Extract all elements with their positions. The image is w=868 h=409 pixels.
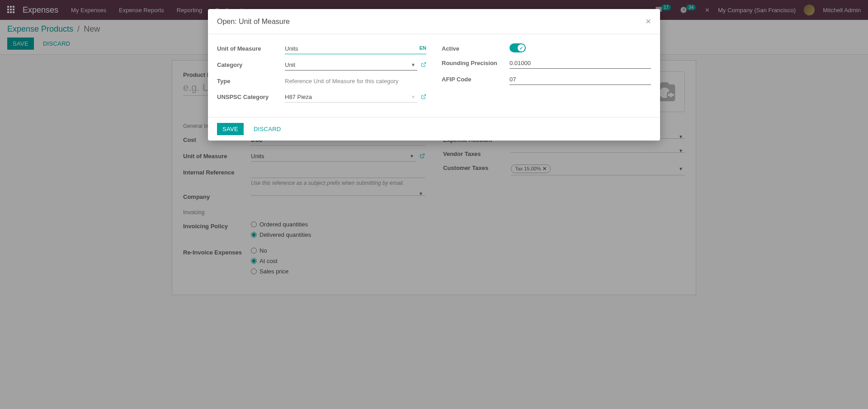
lang-indicator[interactable]: EN xyxy=(420,45,426,51)
modal-uom-label: Unit of Measure xyxy=(217,43,285,52)
modal-type-value: Reference Unit of Measure for this categ… xyxy=(285,76,426,86)
uom-modal: Open: Unit of Measure × Unit of Measure … xyxy=(208,9,660,141)
modal-overlay: Open: Unit of Measure × Unit of Measure … xyxy=(0,0,868,301)
unspsc-external-link-icon[interactable] xyxy=(421,94,426,101)
chevron-down-icon: ▼ xyxy=(411,94,415,99)
modal-type-label: Type xyxy=(217,76,285,85)
afip-input[interactable] xyxy=(509,74,651,85)
modal-afip-label: AFIP Code xyxy=(442,74,509,83)
modal-discard-button[interactable]: DISCARD xyxy=(248,123,287,135)
modal-category-label: Category xyxy=(217,60,285,68)
rounding-input[interactable] xyxy=(509,58,651,69)
modal-close-button[interactable]: × xyxy=(646,16,651,27)
modal-unspsc-label: UNSPSC Category xyxy=(217,92,285,100)
modal-category-select[interactable]: Unit ▼ xyxy=(285,60,417,71)
modal-uom-input[interactable] xyxy=(285,43,426,54)
modal-save-button[interactable]: SAVE xyxy=(217,123,244,135)
modal-rounding-label: Rounding Precision xyxy=(442,58,509,66)
modal-title: Open: Unit of Measure xyxy=(217,18,290,26)
active-toggle[interactable] xyxy=(509,43,526,52)
modal-unspsc-select[interactable]: H87 Pieza ▼ xyxy=(285,92,417,103)
category-external-link-icon[interactable] xyxy=(421,62,426,69)
chevron-down-icon: ▼ xyxy=(411,62,415,67)
modal-active-label: Active xyxy=(442,43,509,52)
